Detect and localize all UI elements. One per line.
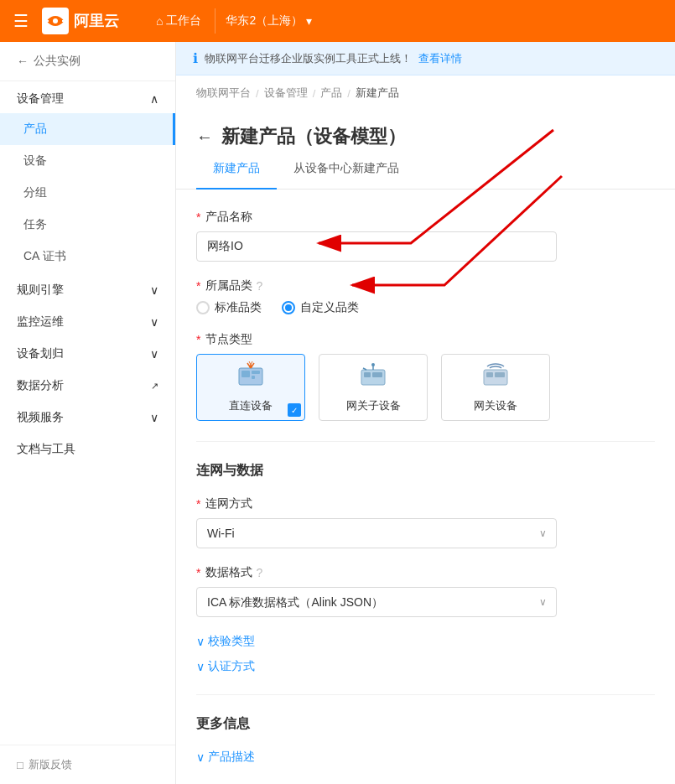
product-desc-link[interactable]: ∨ 产品描述	[196, 750, 655, 765]
direct-device-label: 直连设备	[229, 398, 273, 413]
feedback-button[interactable]: □ 新版反馈	[0, 745, 175, 784]
gateway-sub-label: 网关子设备	[346, 398, 401, 413]
logo-icon	[42, 8, 69, 34]
chevron-down-icon: ∨	[150, 315, 158, 329]
menu-icon[interactable]: ☰	[13, 11, 29, 31]
category-label: * 所属品类 ?	[196, 278, 655, 293]
sidebar-section-device-alloc: 设备划归 ∨	[0, 336, 175, 368]
node-type-group: 直连设备 ✓ 网关子设备	[196, 354, 655, 421]
svg-rect-4	[252, 376, 255, 379]
sidebar-item-tasks[interactable]: 任务	[0, 209, 175, 241]
breadcrumb-iot[interactable]: 物联网平台	[196, 86, 251, 101]
sidebar-section-device-management: 设备管理 ∧ 产品 设备 分组 任务 CA 证书	[0, 81, 175, 273]
data-format-select[interactable]: ICA 标准数据格式（Alink JSON） 透传/自定义	[196, 587, 557, 617]
external-link-icon: ↗	[151, 381, 158, 392]
required-marker-2: *	[196, 279, 200, 293]
sidebar-back-button[interactable]: ← 公共实例	[0, 42, 175, 81]
svg-rect-2	[241, 371, 250, 377]
chevron-down-icon-validation: ∨	[196, 635, 205, 648]
connection-method-select[interactable]: Wi-Fi 蜂窝(2G/3G/4G/5G) 以太网 其他	[196, 518, 557, 548]
sidebar-section-monitor-title[interactable]: 监控运维 ∨	[0, 304, 175, 336]
connection-method-wrapper: Wi-Fi 蜂窝(2G/3G/4G/5G) 以太网 其他 ∨	[196, 518, 557, 548]
sidebar-item-groups[interactable]: 分组	[0, 177, 175, 209]
validation-type-link[interactable]: ∨ 校验类型	[196, 634, 655, 649]
sidebar-section-data-analysis: 数据分析 ↗	[0, 368, 175, 400]
layout: ← 公共实例 设备管理 ∧ 产品 设备 分组 任务 CA 证书	[0, 42, 675, 784]
direct-device-icon	[236, 361, 266, 392]
chevron-down-icon: ∨	[150, 283, 158, 297]
gateway-label: 网关设备	[474, 398, 517, 413]
section-divider-1	[196, 441, 655, 442]
data-format-section: * 数据格式 ? ICA 标准数据格式（Alink JSON） 透传/自定义 ∨	[196, 565, 655, 617]
info-icon: ℹ	[193, 50, 198, 66]
sidebar-section-device-management-title[interactable]: 设备管理 ∧	[0, 81, 175, 113]
breadcrumb-sep-2: /	[313, 87, 316, 100]
chevron-down-icon-auth: ∨	[196, 660, 205, 673]
chevron-up-icon: ∧	[150, 92, 158, 106]
svg-rect-7	[364, 372, 371, 377]
header-nav: ⌂ 工作台 华东2（上海） ▾	[146, 8, 322, 34]
section-divider-2	[196, 694, 655, 695]
required-marker-5: *	[196, 566, 200, 579]
gateway-icon	[480, 361, 511, 392]
chevron-down-icon-desc: ∨	[196, 750, 205, 764]
tabs: 新建产品 从设备中心新建产品	[176, 149, 675, 190]
svg-point-0	[53, 18, 58, 23]
data-format-help-icon[interactable]: ?	[256, 566, 262, 579]
auth-method-link[interactable]: ∨ 认证方式	[196, 659, 655, 674]
sidebar-item-products[interactable]: 产品	[0, 113, 175, 145]
required-marker-3: *	[196, 333, 200, 346]
chevron-down-icon: ∨	[150, 411, 158, 424]
sidebar-section-device-alloc-title[interactable]: 设备划归 ∨	[0, 336, 175, 368]
radio-standard-circle	[196, 301, 210, 314]
banner-link[interactable]: 查看详情	[418, 51, 462, 66]
sidebar-section-rules-title[interactable]: 规则引擎 ∨	[0, 273, 175, 304]
connection-section-heading: 连网与数据	[196, 462, 655, 480]
more-info-heading: 更多信息	[196, 715, 655, 733]
sidebar-section-rules: 规则引擎 ∨	[0, 273, 175, 304]
radio-custom-circle	[282, 301, 295, 314]
home-icon: ⌂	[156, 14, 163, 28]
sidebar-section-docs-title[interactable]: 文档与工具	[0, 432, 175, 464]
radio-standard-category[interactable]: 标准品类	[196, 300, 262, 315]
sidebar-section-video-title[interactable]: 视频服务 ∨	[0, 400, 175, 432]
node-card-gateway[interactable]: 网关设备	[441, 354, 550, 421]
svg-rect-11	[486, 372, 493, 377]
sidebar-section-monitor: 监控运维 ∨	[0, 304, 175, 336]
data-format-wrapper: ICA 标准数据格式（Alink JSON） 透传/自定义 ∨	[196, 587, 557, 617]
breadcrumb-current: 新建产品	[356, 86, 399, 101]
category-help-icon[interactable]: ?	[256, 279, 262, 293]
product-name-label: * 产品名称	[196, 210, 655, 225]
node-card-direct[interactable]: 直连设备 ✓	[196, 354, 305, 421]
svg-point-9	[371, 363, 375, 366]
radio-custom-category[interactable]: 自定义品类	[282, 300, 359, 315]
product-name-input[interactable]	[196, 231, 557, 262]
sidebar-section-data-analysis-title[interactable]: 数据分析 ↗	[0, 368, 175, 400]
header: ☰ 阿里云 ⌂ 工作台 华东2（上海） ▾	[0, 0, 675, 42]
gateway-sub-icon	[358, 361, 388, 392]
feedback-icon: □	[17, 759, 23, 771]
sidebar: ← 公共实例 设备管理 ∧ 产品 设备 分组 任务 CA 证书	[0, 42, 176, 784]
node-card-gateway-sub[interactable]: 网关子设备	[319, 354, 428, 421]
logo: 阿里云	[42, 8, 119, 34]
sidebar-item-devices[interactable]: 设备	[0, 145, 175, 177]
tab-new-product[interactable]: 新建产品	[196, 149, 277, 190]
connection-method-section: * 连网方式 Wi-Fi 蜂窝(2G/3G/4G/5G) 以太网 其他 ∨	[196, 496, 655, 548]
page-title: 新建产品（设备模型）	[221, 124, 406, 149]
page-back-button[interactable]: ←	[196, 127, 213, 147]
main-content: ℹ 物联网平台迁移企业版实例工具正式上线！ 查看详情 物联网平台 / 设备管理 …	[176, 42, 675, 784]
logo-text: 阿里云	[74, 11, 119, 31]
sidebar-item-ca-cert[interactable]: CA 证书	[0, 241, 175, 273]
breadcrumb-device-mgmt[interactable]: 设备管理	[264, 86, 308, 101]
breadcrumb-products[interactable]: 产品	[320, 86, 342, 101]
breadcrumb-sep-3: /	[347, 87, 350, 100]
svg-rect-12	[495, 372, 505, 377]
sidebar-section-docs: 文档与工具	[0, 432, 175, 464]
workspace-nav[interactable]: ⌂ 工作台	[146, 8, 211, 34]
sidebar-section-video: 视频服务 ∨	[0, 400, 175, 432]
banner: ℹ 物联网平台迁移企业版实例工具正式上线！ 查看详情	[176, 42, 675, 75]
tab-from-device-center[interactable]: 从设备中心新建产品	[277, 149, 416, 190]
node-type-label: * 节点类型	[196, 332, 655, 347]
region-selector[interactable]: 华东2（上海） ▾	[215, 8, 322, 34]
breadcrumb-sep-1: /	[256, 87, 259, 100]
